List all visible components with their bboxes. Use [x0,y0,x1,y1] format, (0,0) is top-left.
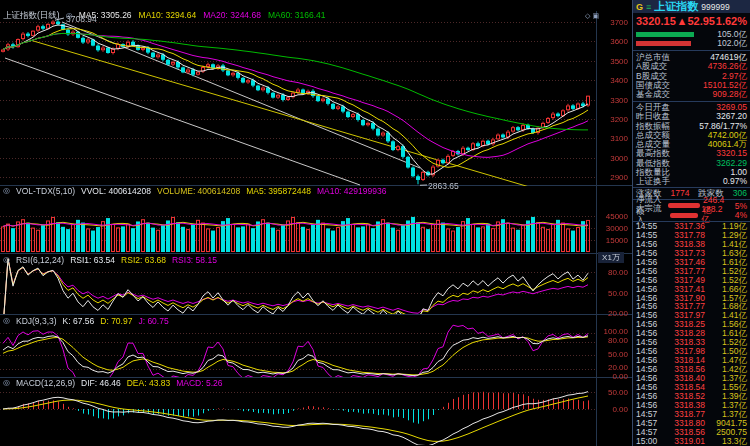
money-flow-rows: 净流入额246.4亿5%大宗流入188.2亿4% [633,201,750,220]
indicator-title: KDJ(9,3,3) [16,316,57,326]
axis-label: 3600 [595,37,628,46]
list-menu-icon[interactable]: ≡ [646,2,651,12]
flow-bar [668,203,700,208]
tick-row: 15:003319.0113.3亿 [633,437,750,446]
axis-label: 0.00 [595,372,628,381]
indicator-value: VOLUME: 400614208 [157,186,240,196]
axis-label: 3300 [595,96,628,105]
axis-label: 3400 [595,76,628,85]
quote-value: 909.28亿 [713,90,748,99]
indicator-value: RSI1: 63.54 [70,255,115,265]
indicator-value: D: 70.97 [100,316,132,326]
indicator-value: MA20: 3244.68 [203,11,261,20]
rsi-indicator-header[interactable]: ◎RSI(6,12,24)RSI1: 63.54RSI2: 63.68RSI3:… [3,255,217,265]
axis-label: 50.00 [595,388,628,397]
advancers-count: 1774 [670,189,689,198]
indicator-value: RSI3: 58.15 [172,255,217,265]
indicator-settings-icon[interactable]: ◎ [3,378,10,388]
price-change-percent: 1.62% [716,15,747,27]
macd-indicator-header[interactable]: ◎MACD(12,26,9)DIF: 46.46DEA: 43.83MACD: … [3,378,223,388]
indicator-value: DIF: 46.46 [81,378,121,388]
quote-label: 上证换手 [636,177,670,186]
quote-panel-header: G ≡ 上证指数 999999 [633,0,750,13]
quote-row: 基金成交909.28亿 [633,90,750,99]
index-code: 999999 [701,2,729,12]
time-sales-list[interactable]: 14:553317.361.19亿14:553317.781.29亿14:563… [633,222,750,445]
indicator-value: DEA: 43.83 [127,378,170,388]
indicator-settings-icon[interactable]: ◎ [3,186,10,196]
kdj-indicator-header[interactable]: ◎KDJ(9,3,3)K: 67.56D: 70.97J: 60.75 [3,316,169,326]
peak-price-label: 3708.94 [66,14,97,24]
quote-value: 0.97% [723,177,747,186]
axis-label: 100.00 [595,327,628,336]
indicator-title: RSI(6,12,24) [16,255,64,265]
outflow-bar-row: 102.0亿 [633,39,750,48]
tick-time: 15:00 [636,437,662,446]
quote-rows-group2: 今日开盘3269.05昨日收盘3267.20指数振幅57.86/1.77%总成交… [633,103,750,187]
axis-label: 45000 [595,212,628,221]
chart-title: 上证指数(日线) [3,11,60,20]
indicator-title: MACD(12,26,9) [16,378,75,388]
axis-label: 3500 [595,57,628,66]
indicator-value: MA10: 429199936 [317,186,386,196]
divider [633,50,750,51]
axis-label: 30000 [595,224,628,233]
tick-amount: 13.3亿 [705,437,747,446]
price-change: ▲52.95 [677,15,715,27]
axis-label: 3100 [595,134,628,143]
axis-label: 80.00 [595,268,628,277]
indicator-value: J: 60.75 [138,316,168,326]
money-flow-row: 大宗流入188.2亿4% [633,211,750,221]
indicator-value: MA60: 3166.41 [268,11,326,20]
axis-label: 2900 [595,173,628,182]
tick-price: 3319.01 [662,437,705,446]
quote-rows-group1: 沪总市值474619亿A股成交4736.26亿B股成交2.97亿国债成交1510… [633,53,750,99]
axis-label: X1万 [598,252,624,263]
axis-label: 50.00 [595,350,628,359]
axis-label: 3000 [595,154,628,163]
fund-bars: 105.0亿 102.0亿 [633,30,750,48]
trading-app-window: ▣ 分时1分钟5分钟15分钟30分钟60分钟日线周线月线10分钟45日线季线年线… [0,0,750,446]
indicator-title: VOL-TDX(5,10) [16,186,75,196]
price-row: 3320.15 ▲52.95 1.62% [633,14,750,28]
indicator-settings-icon[interactable]: ◎ [3,255,10,265]
red-fund-value: 102.0亿 [717,38,747,50]
low-price-label: 2863.65 [428,181,459,191]
quote-row: 上证换手0.97% [633,177,750,186]
indicator-value: RSI2: 63.68 [121,255,166,265]
indicator-value: MACD: 5.26 [176,378,222,388]
axis-label: 50.00 [595,289,628,298]
indicator-value: VVOL: 400614208 [81,186,151,196]
last-price: 3320.15 [636,15,676,27]
axis-label: 20.00 [595,363,628,372]
indicator-value: K: 67.56 [63,316,95,326]
ma-values: MA5: 3305.26MA10: 3294.64MA20: 3244.68MA… [79,11,326,20]
g-badge[interactable]: G [636,2,643,12]
quote-panel: G ≡ 上证指数 999999 3320.15 ▲52.95 1.62% 105… [632,0,750,446]
vol-indicator-header[interactable]: ◎VOL-TDX(5,10)VVOL: 400614208VOLUME: 400… [3,186,386,196]
axis-label: 0.00 [595,405,628,414]
indicator-value: MA10: 3294.64 [139,11,197,20]
chart-mini-tool-icons[interactable]: ◇▣ [585,12,601,20]
axis-label: 3200 [595,115,628,124]
red-fund-bar [636,41,691,46]
quote-label: 基金成交 [636,90,670,99]
indicator-value: MA5: 395872448 [246,186,311,196]
index-name[interactable]: 上证指数 [654,0,698,14]
axis-label: 20.00 [595,309,628,318]
indicator-settings-icon[interactable]: ◎ [3,316,10,326]
green-fund-bar [636,32,694,37]
axis-label: 80.00 [595,336,628,345]
flow-percent: 4% [735,210,747,220]
decliners-count: 306 [733,189,747,198]
flow-bar [670,213,698,218]
chart-info-row: 上证指数(日线) ◎ MA5: 3305.26MA10: 3294.64MA20… [3,11,326,20]
flow-percent: 5% [735,201,747,211]
axis-label: 15000 [595,236,628,245]
